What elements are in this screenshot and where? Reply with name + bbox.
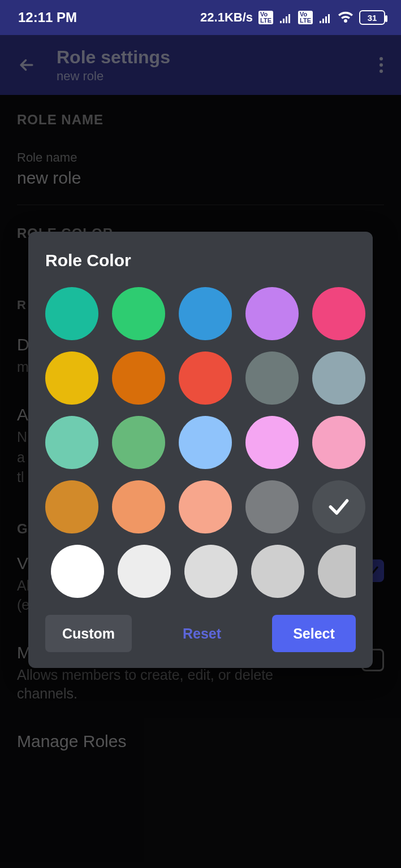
wifi-icon <box>338 11 353 24</box>
color-swatch[interactable] <box>45 351 98 405</box>
status-right: 22.1KB/s VoLTE VoLTE 31 <box>200 10 385 25</box>
page-title: Role settings <box>57 47 373 68</box>
color-swatch[interactable] <box>179 287 232 340</box>
color-grid <box>45 287 356 533</box>
status-speed: 22.1KB/s <box>200 10 253 25</box>
color-swatch[interactable] <box>112 287 165 340</box>
role-name-section: ROLE NAME Role name new role <box>0 95 401 205</box>
perm-mc-desc: Allows members to create, edit, or delet… <box>17 666 334 704</box>
color-swatch[interactable] <box>184 545 238 598</box>
perm-manage-roles[interactable]: Manage Roles <box>0 732 401 751</box>
custom-button[interactable]: Custom <box>45 615 132 652</box>
color-swatch[interactable] <box>245 287 299 340</box>
color-swatch[interactable] <box>312 416 365 469</box>
color-swatch[interactable] <box>251 545 304 598</box>
svg-point-0 <box>380 57 383 60</box>
role-color-dialog: Role Color Custom Reset Select <box>28 232 373 668</box>
color-swatch[interactable] <box>312 351 365 405</box>
role-name-header: ROLE NAME <box>17 112 384 128</box>
more-button[interactable] <box>373 57 390 73</box>
color-swatch[interactable] <box>112 480 165 533</box>
app-header: Role settings new role <box>0 35 401 95</box>
dialog-title: Role Color <box>45 251 356 270</box>
color-swatch[interactable] <box>112 351 165 405</box>
page-subtitle: new role <box>57 69 373 84</box>
perm-mr-title: Manage Roles <box>17 732 384 751</box>
color-swatch[interactable] <box>51 545 104 598</box>
color-swatch[interactable] <box>245 351 299 405</box>
color-swatch[interactable] <box>318 545 356 598</box>
color-swatch[interactable] <box>312 287 365 340</box>
color-swatch[interactable] <box>179 416 232 469</box>
role-name-field-value[interactable]: new role <box>17 168 384 188</box>
signal-icon-1 <box>279 12 292 23</box>
status-bar: 12:11 PM 22.1KB/s VoLTE VoLTE 31 <box>0 0 401 35</box>
volte-icon-2: VoLTE <box>298 11 313 24</box>
dialog-actions: Custom Reset Select <box>45 615 356 652</box>
color-swatch[interactable] <box>45 287 98 340</box>
reset-button[interactable]: Reset <box>141 615 263 652</box>
volte-icon-1: VoLTE <box>258 11 273 24</box>
color-swatch[interactable] <box>245 480 299 533</box>
color-swatch[interactable] <box>245 416 299 469</box>
color-swatch[interactable] <box>179 480 232 533</box>
color-swatch[interactable] <box>45 480 98 533</box>
signal-icon-2 <box>318 12 332 23</box>
color-swatch[interactable] <box>179 351 232 405</box>
back-button[interactable] <box>17 55 40 75</box>
color-swatch[interactable] <box>112 416 165 469</box>
select-button[interactable]: Select <box>272 615 356 652</box>
role-name-field-label: Role name <box>17 150 384 165</box>
color-swatch[interactable] <box>45 416 98 469</box>
status-time: 12:11 PM <box>18 10 77 25</box>
battery-icon: 31 <box>359 10 385 25</box>
svg-point-2 <box>380 70 383 73</box>
svg-point-1 <box>380 63 383 67</box>
color-swatch-selected[interactable] <box>312 480 365 533</box>
header-titles: Role settings new role <box>57 47 373 84</box>
color-extra-row <box>45 545 356 598</box>
color-swatch[interactable] <box>118 545 171 598</box>
